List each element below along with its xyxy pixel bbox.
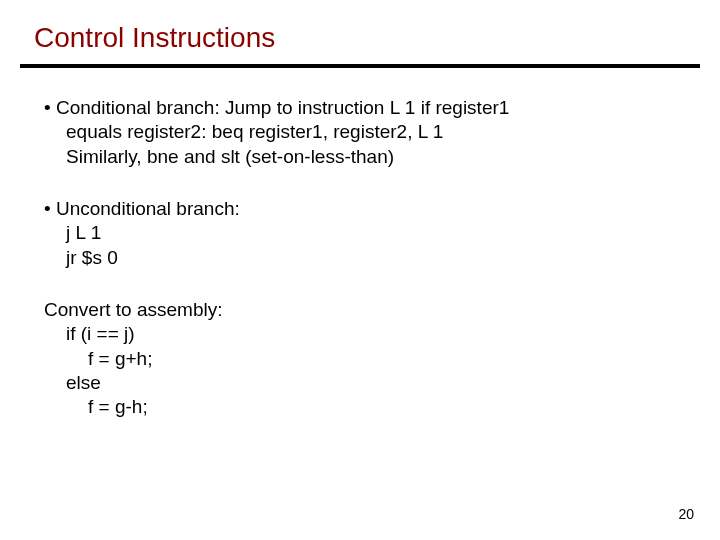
bullet-text-line: jr $s 0 [44,246,118,270]
bullet-icon: • [44,97,51,118]
code-line: else [44,371,680,395]
code-line: f = g-h; [44,395,680,419]
code-line: if (i == j) [44,322,680,346]
slide-content: • Conditional branch: Jump to instructio… [0,68,720,419]
slide-title: Control Instructions [0,0,720,64]
page-number: 20 [678,506,694,522]
convert-block: Convert to assembly: if (i == j) f = g+h… [44,298,680,420]
bullet-text-line: Similarly, bne and slt (set-on-less-than… [44,145,394,169]
bullet-text-line: equals register2: beq register1, registe… [44,120,443,144]
convert-heading: Convert to assembly: [44,298,680,322]
bullet-text-line: Conditional branch: Jump to instruction … [56,97,509,118]
code-line: f = g+h; [44,347,680,371]
bullet-text-line: Unconditional branch: [56,198,240,219]
bullet-conditional-branch: • Conditional branch: Jump to instructio… [44,96,680,169]
bullet-text-line: j L 1 [44,221,101,245]
bullet-icon: • [44,198,51,219]
bullet-unconditional-branch: • Unconditional branch: j L 1 jr $s 0 [44,197,680,270]
